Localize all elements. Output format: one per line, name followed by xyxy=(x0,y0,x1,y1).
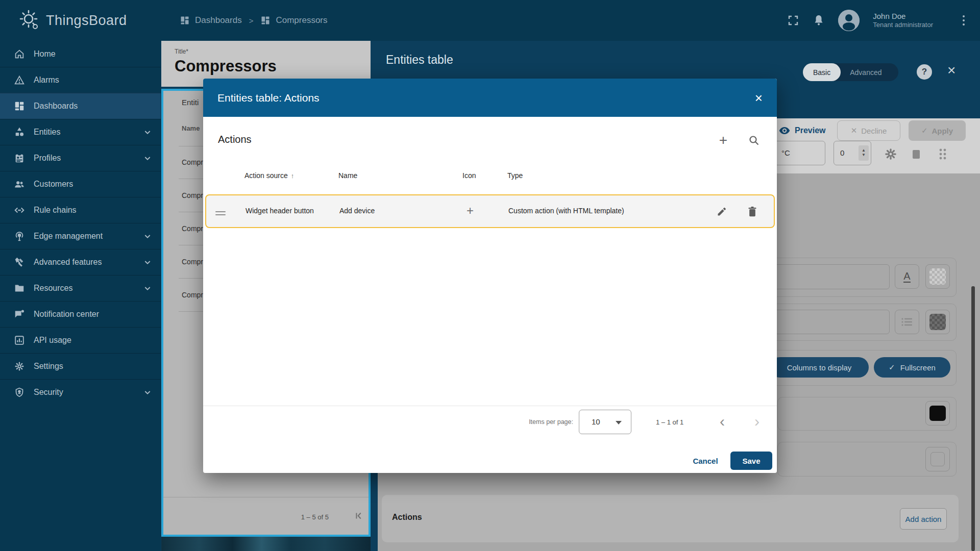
sidebar-item-settings[interactable]: Settings xyxy=(0,353,161,379)
dashboard-background-image xyxy=(161,537,371,551)
decline-button[interactable]: ✕ Decline xyxy=(837,120,900,141)
panel-scrollbar[interactable] xyxy=(971,286,975,551)
color-dark-button[interactable] xyxy=(925,310,950,334)
card-style-icon[interactable] xyxy=(909,147,924,161)
close-icon: ✕ xyxy=(851,126,857,135)
sidebar-item-customers[interactable]: Customers xyxy=(0,171,161,197)
text-input[interactable] xyxy=(768,310,890,334)
widget-editor-title: Entities table xyxy=(386,53,453,67)
topbar-actions: John Doe Tenant administrator xyxy=(787,0,968,41)
more-vertical-icon[interactable] xyxy=(960,12,968,29)
list-format-button[interactable] xyxy=(895,310,919,334)
color-swatch xyxy=(929,406,946,421)
sidebar-item-profiles[interactable]: Profiles xyxy=(0,145,161,171)
user-role: Tenant administrator xyxy=(873,21,933,30)
thingsboard-logo-icon xyxy=(18,9,41,32)
thingsboard-app: ThingsBoard Dashboards > xyxy=(0,0,980,551)
chevron-down-icon xyxy=(143,128,152,136)
widget-settings-gear-icon[interactable] xyxy=(883,147,898,161)
sort-asc-icon: ↑ xyxy=(291,172,295,180)
column-header-name[interactable]: Name xyxy=(338,171,357,180)
search-icon[interactable] xyxy=(746,133,762,148)
profiles-icon xyxy=(13,152,26,164)
sidebar-item-advanced-features[interactable]: Advanced features xyxy=(0,249,161,275)
save-button[interactable]: Save xyxy=(730,452,772,470)
color-transparent-button[interactable] xyxy=(925,264,950,289)
sidebar-item-dashboards[interactable]: Dashboards xyxy=(0,93,161,119)
rule-chains-icon xyxy=(13,204,26,216)
columns-to-display-chip[interactable]: Columns to display xyxy=(770,357,869,378)
dialog-close-icon[interactable]: × xyxy=(755,91,763,105)
select-caret-icon xyxy=(616,421,622,424)
breadcrumb-separator: > xyxy=(249,16,254,25)
sidebar-item-api-usage[interactable]: API usage xyxy=(0,327,161,353)
dialog-title: Entities table: Actions xyxy=(217,92,755,104)
drag-dots-icon[interactable] xyxy=(935,147,950,161)
fullscreen-chip[interactable]: ✓ Fullscreen xyxy=(874,357,950,378)
font-icon: A xyxy=(903,270,910,283)
items-per-page-label: Items per page: xyxy=(529,418,573,425)
drag-handle-icon[interactable] xyxy=(215,209,226,217)
add-action-icon[interactable]: + xyxy=(716,133,731,148)
avatar[interactable] xyxy=(838,10,860,31)
black-color-swatch-button[interactable] xyxy=(925,401,950,425)
advanced-features-icon xyxy=(13,256,26,268)
cancel-button[interactable]: Cancel xyxy=(685,452,726,470)
previous-page-icon[interactable]: ‹ xyxy=(720,411,725,432)
sidebar-item-home[interactable]: Home xyxy=(0,41,161,67)
editor-close-icon[interactable]: × xyxy=(947,62,955,79)
user-name: John Doe xyxy=(873,11,933,21)
sidebar-item-notification-center[interactable]: Notification center xyxy=(0,301,161,327)
breadcrumb-label: Compressors xyxy=(276,15,327,26)
api-usage-icon xyxy=(13,334,26,346)
decimals-field[interactable]: 0 ▲▼ xyxy=(834,141,871,165)
chevron-down-icon xyxy=(143,154,152,162)
dialog-header: Entities table: Actions × xyxy=(203,79,777,117)
breadcrumb-dashboards[interactable]: Dashboards xyxy=(180,15,242,26)
edit-pencil-icon[interactable] xyxy=(715,205,729,219)
cell-name: Add device xyxy=(339,207,375,215)
sidebar-item-resources[interactable]: Resources xyxy=(0,275,161,301)
add-action-button[interactable]: Add action xyxy=(900,508,947,530)
toggle-advanced[interactable]: Advanced xyxy=(841,68,891,77)
sidebar: Home Alarms Dashboards Entities xyxy=(0,41,161,551)
resources-icon xyxy=(13,282,26,294)
empty-color-swatch-button[interactable] xyxy=(925,447,950,471)
next-page-icon[interactable]: › xyxy=(754,411,760,432)
first-page-icon[interactable] xyxy=(353,510,364,521)
check-icon: ✓ xyxy=(889,363,895,372)
page-size-select[interactable]: 10 xyxy=(579,410,631,434)
notifications-bell-icon[interactable] xyxy=(813,14,825,27)
number-stepper[interactable]: ▲▼ xyxy=(859,145,869,161)
brand-logo[interactable]: ThingsBoard xyxy=(18,0,127,41)
column-header-type[interactable]: Type xyxy=(507,171,523,180)
font-style-button[interactable]: A xyxy=(895,264,919,289)
plus-icon: + xyxy=(467,204,474,218)
user-menu[interactable]: John Doe Tenant administrator xyxy=(873,11,933,30)
sidebar-item-edge-management[interactable]: Edge management xyxy=(0,223,161,249)
sidebar-item-rule-chains[interactable]: Rule chains xyxy=(0,197,161,223)
notification-center-icon xyxy=(13,308,26,320)
breadcrumb: Dashboards > Compressors xyxy=(180,0,328,41)
preview-button[interactable]: Preview xyxy=(778,124,825,137)
security-shield-icon xyxy=(13,386,26,398)
fullscreen-icon[interactable] xyxy=(787,14,799,27)
chevron-down-icon xyxy=(143,258,152,266)
customers-icon xyxy=(13,178,26,190)
widget-preview-pagination: 1 – 5 of 5 xyxy=(301,513,329,521)
text-input[interactable] xyxy=(768,264,890,289)
sidebar-item-security[interactable]: Security xyxy=(0,379,161,405)
column-header-action-source[interactable]: Action source↑ xyxy=(244,171,294,180)
list-icon xyxy=(901,317,913,327)
toggle-basic[interactable]: Basic xyxy=(803,63,841,81)
delete-trash-icon[interactable] xyxy=(745,205,760,219)
apply-button[interactable]: ✓ Apply xyxy=(909,120,966,141)
sidebar-item-entities[interactable]: Entities xyxy=(0,119,161,145)
column-header-icon[interactable]: Icon xyxy=(462,171,476,180)
decimals-value: 0 xyxy=(840,148,844,157)
table-row[interactable]: Widget header button Add device + Custom… xyxy=(205,194,775,228)
sidebar-item-alarms[interactable]: Alarms xyxy=(0,67,161,93)
breadcrumb-compressors[interactable]: Compressors xyxy=(260,15,327,26)
widget-preview-column-header: Name xyxy=(182,124,200,132)
help-icon[interactable]: ? xyxy=(917,64,932,80)
